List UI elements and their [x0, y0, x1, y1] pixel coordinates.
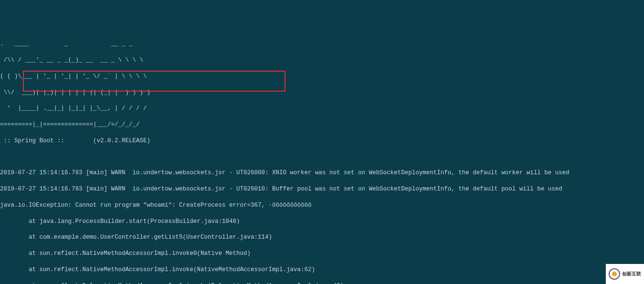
ascii-art-line: /\\ / ___'_ __ _ _(_)_ __ __ _ \ \ \ \ [0, 56, 644, 64]
ascii-art-line: . ____ _ __ _ _ [0, 40, 644, 48]
stack-trace-line: at sun.reflect.NativeMethodAccessorImpl.… [0, 266, 644, 274]
watermark-text: 创新互联 [622, 271, 641, 277]
ascii-art-line: =========|_|==============|___/=/_/_/_/ [0, 121, 644, 129]
watermark-logo: 创新互联 [606, 264, 644, 284]
ascii-art-line: ( ( )\___ | '_ | '_| | '_ \/ _` | \ \ \ … [0, 73, 644, 81]
log-warn-line: 2019-07-27 15:14:16.783 [main] WARN io.u… [0, 169, 644, 177]
log-exception-line: java.io.IOException: Cannot run program … [0, 201, 644, 210]
ascii-art-line: \\/ ___)| |_)| | | | | || (_| | ) ) ) ) [0, 89, 644, 97]
terminal-output: . ____ _ __ _ _ /\\ / ___'_ __ _ _(_)_ _… [0, 32, 644, 284]
log-warn-line: 2019-07-27 15:14:16.783 [main] WARN io.u… [0, 185, 644, 193]
stack-trace-line: at java.lang.ProcessBuilder.start(Proces… [0, 218, 644, 226]
stack-trace-line: at sun.reflect.NativeMethodAccessorImpl.… [0, 250, 644, 258]
ascii-art-line: ' |____| .__|_| |_|_| |_\__, | / / / / [0, 105, 644, 113]
spring-boot-version-line: :: Spring Boot :: (v2.0.2.RELEASE) [0, 137, 644, 145]
stack-trace-line: at com.example.demo.UserController.getLi… [0, 233, 644, 242]
stack-trace-line: at sun.reflect.DelegatingMethodAccessorI… [0, 282, 644, 284]
blank-line [0, 153, 644, 161]
watermark-icon [609, 268, 620, 280]
